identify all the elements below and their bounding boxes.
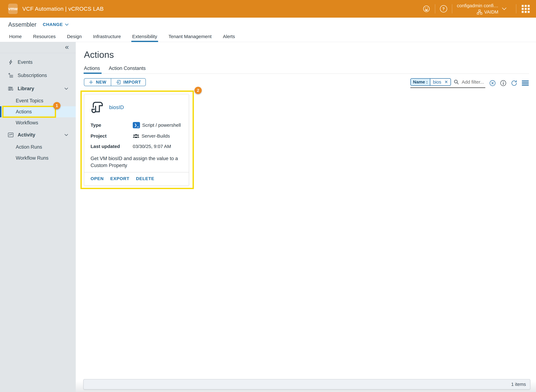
action-description: Get VM biosID and assign the value to a …	[91, 155, 187, 169]
import-icon	[116, 79, 121, 85]
vmware-logo-text: vmw	[8, 6, 18, 11]
powershell-icon: ❯	[133, 122, 140, 128]
sidebar-item-label: Event Topics	[16, 98, 43, 104]
user-menu-chevron[interactable]	[502, 7, 507, 10]
action-button-group: NEW IMPORT	[84, 78, 146, 86]
action-card-footer: OPEN EXPORT DELETE	[84, 172, 189, 186]
field-value: Server-Builds	[133, 133, 170, 139]
sidebar-item-workflow-runs[interactable]: Workflow Runs	[0, 153, 76, 163]
help-icon: ?	[442, 6, 445, 11]
sidebar-item-action-runs[interactable]: Action Runs	[0, 141, 76, 153]
sidebar-item-subscriptions[interactable]: Subscriptions	[0, 69, 76, 82]
sidebar-group-library[interactable]: Library	[0, 82, 76, 95]
feedback-smiley-button[interactable]	[423, 5, 430, 13]
field-row-project: Project Server-Builds	[91, 133, 182, 139]
header-separator	[435, 4, 435, 13]
import-button-label: IMPORT	[123, 80, 141, 85]
main-nav: Home Resources Design Infrastructure Ext…	[0, 32, 536, 42]
nav-tab-alerts[interactable]: Alerts	[223, 34, 235, 42]
nav-tab-design[interactable]: Design	[67, 34, 82, 42]
nav-tab-extensibility[interactable]: Extensibility	[132, 34, 157, 42]
nav-tab-resources[interactable]: Resources	[33, 34, 56, 42]
header-separator	[516, 4, 516, 13]
action-name-link[interactable]: biosID	[109, 104, 124, 110]
action-card: biosID Type ❯ Script / powershell Projec…	[84, 94, 189, 186]
page-title: Actions	[84, 42, 529, 60]
app-switcher-button[interactable]	[522, 5, 530, 13]
content-tabs: Actions Action Constants	[84, 65, 529, 74]
field-value-text: 03/30/25, 9:07 AM	[133, 144, 171, 149]
annotation-step-badge-2: 2	[195, 87, 202, 94]
tab-action-constants[interactable]: Action Constants	[109, 65, 146, 74]
delete-action-button[interactable]: DELETE	[136, 176, 154, 181]
sidebar-group-label: Activity	[18, 132, 35, 138]
help-button[interactable]: ?	[440, 5, 447, 12]
add-subscription-icon	[8, 73, 14, 78]
export-action-button[interactable]: EXPORT	[110, 176, 129, 181]
filter-zone: Name : bios ✕	[410, 78, 529, 88]
change-label: CHANGE	[43, 22, 63, 27]
chevron-down-icon	[64, 134, 69, 136]
header-actions: ? configadmin confi… VAIDM	[423, 3, 530, 15]
new-button[interactable]: NEW	[84, 79, 111, 86]
sidebar-header: «	[0, 42, 76, 53]
action-name-row: biosID	[91, 100, 182, 115]
list-view-icon	[522, 80, 529, 86]
product-title: VCF Automation | vCROCS LAB	[22, 6, 104, 12]
list-view-toggle[interactable]	[522, 80, 529, 86]
action-card-body: biosID Type ❯ Script / powershell Projec…	[84, 94, 189, 172]
nav-tab-infrastructure[interactable]: Infrastructure	[93, 34, 121, 42]
sidebar-item-label: Action Runs	[16, 144, 42, 150]
field-label: Type	[91, 122, 133, 128]
sidebar-item-events[interactable]: Events	[0, 56, 76, 69]
filter-chip-close-icon[interactable]: ✕	[443, 79, 451, 84]
field-value-text: Script / powershell	[142, 122, 181, 128]
field-row-last-updated: Last updated 03/30/25, 9:07 AM	[91, 144, 182, 149]
change-app-button[interactable]: CHANGE	[43, 22, 69, 27]
sidebar: « Events Subscriptions	[0, 42, 76, 392]
sidebar-group-activity[interactable]: Activity	[0, 128, 76, 141]
script-scroll-icon	[91, 100, 104, 115]
field-label: Project	[91, 133, 133, 139]
sidebar-item-label: Events	[18, 59, 33, 65]
global-header: vmw VCF Automation | vCROCS LAB ? config…	[0, 0, 536, 18]
sidebar-item-workflows[interactable]: Workflows	[0, 117, 76, 128]
smiley-icon	[423, 5, 430, 13]
activity-chart-icon	[8, 133, 14, 137]
nav-tab-home[interactable]: Home	[9, 34, 22, 42]
field-label: Last updated	[91, 144, 133, 149]
refresh-button[interactable]	[510, 79, 518, 87]
annotation-step-badge-1: 1	[53, 102, 61, 109]
chevron-down-icon	[64, 87, 69, 90]
clear-filters-button[interactable]	[489, 80, 496, 87]
info-button[interactable]	[500, 80, 507, 87]
sidebar-collapse-button[interactable]: «	[65, 43, 69, 50]
field-value: 03/30/25, 9:07 AM	[133, 144, 171, 149]
field-value: ❯ Script / powershell	[133, 122, 181, 128]
add-filter-input[interactable]	[462, 79, 485, 85]
app-name: Assembler	[8, 21, 37, 28]
refresh-icon	[510, 79, 518, 87]
user-menu[interactable]: configadmin confi… VAIDM	[457, 3, 498, 15]
filter-field[interactable]: Name : bios ✕	[410, 78, 485, 88]
filter-chip[interactable]: Name : bios ✕	[410, 78, 451, 86]
import-button[interactable]: IMPORT	[111, 79, 145, 86]
vmware-logo: vmw	[8, 4, 18, 14]
org-tree-icon	[477, 9, 482, 15]
new-button-label: NEW	[96, 80, 107, 85]
sidebar-item-label: Workflows	[16, 120, 38, 126]
app-bar: Assembler CHANGE	[0, 18, 536, 32]
action-card-wrap: 2 biosID Type	[84, 94, 189, 186]
chevron-down-icon	[502, 7, 507, 10]
sidebar-item-label: Workflow Runs	[16, 155, 48, 161]
sidebar-group-label: Library	[18, 86, 34, 91]
header-separator	[452, 4, 452, 13]
open-action-button[interactable]: OPEN	[91, 176, 104, 181]
tenant-name: VAIDM	[484, 9, 498, 15]
sidebar-item-actions[interactable]: Actions 1	[0, 106, 76, 117]
sidebar-item-event-topics[interactable]: Event Topics	[0, 95, 76, 106]
lightning-icon	[8, 60, 14, 65]
chevron-down-icon	[65, 23, 69, 26]
nav-tab-tenant-management[interactable]: Tenant Management	[168, 34, 212, 42]
tab-actions[interactable]: Actions	[84, 65, 100, 74]
